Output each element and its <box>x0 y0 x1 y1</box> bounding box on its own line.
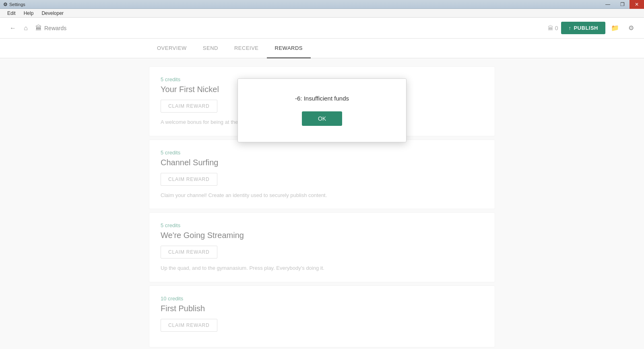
modal-dialog: -6: Insufficient funds OK <box>237 78 407 142</box>
publish-icon: ↑ <box>568 25 571 31</box>
tab-receive[interactable]: RECEIVE <box>226 39 267 58</box>
wallet-badge: 🏛 0 <box>548 25 558 31</box>
breadcrumb-icon: 🏛 <box>35 25 42 32</box>
modal-message: -6: Insufficient funds <box>262 95 382 102</box>
breadcrumb-label: Rewards <box>44 25 66 31</box>
breadcrumb: 🏛 Rewards <box>35 25 66 32</box>
modal-overlay: -6: Insufficient funds OK <box>0 58 644 349</box>
restore-button[interactable]: ❐ <box>615 0 630 9</box>
wallet-icon: 🏛 <box>548 25 553 31</box>
rewards-content: 5 credits Your First Nickel CLAIM REWARD… <box>0 58 644 349</box>
settings-nav-button[interactable]: ⚙ <box>625 22 638 35</box>
publish-label: PUBLISH <box>574 25 598 31</box>
publish-button[interactable]: ↑ PUBLISH <box>561 22 605 34</box>
tabs: OVERVIEW SEND RECEIVE REWARDS <box>0 39 644 58</box>
back-button[interactable]: ← <box>6 22 19 35</box>
tab-send[interactable]: SEND <box>195 39 226 58</box>
menu-developer[interactable]: Developer <box>37 10 68 17</box>
settings-icon: ⚙ <box>3 2 8 7</box>
wallet-balance: 0 <box>555 25 558 31</box>
nav-right: 🏛 0 ↑ PUBLISH 📁 ⚙ <box>548 22 638 35</box>
title-bar-controls: — ❐ ✕ <box>601 0 644 9</box>
title-bar-text: Settings <box>9 2 25 7</box>
nav-bar: ← ⌂ 🏛 Rewards 🏛 0 ↑ PUBLISH 📁 ⚙ <box>0 18 644 39</box>
home-button[interactable]: ⌂ <box>19 22 32 35</box>
menu-bar: Edit Help Developer <box>0 9 644 18</box>
minimize-button[interactable]: — <box>601 0 615 9</box>
title-bar: ⚙ Settings — ❐ ✕ <box>0 0 644 9</box>
close-button[interactable]: ✕ <box>630 0 644 9</box>
modal-ok-button[interactable]: OK <box>302 111 342 126</box>
main-content: OVERVIEW SEND RECEIVE REWARDS 5 credits … <box>0 39 644 349</box>
menu-help[interactable]: Help <box>20 10 38 17</box>
menu-edit[interactable]: Edit <box>3 10 20 17</box>
tab-rewards[interactable]: REWARDS <box>267 39 311 58</box>
folder-button[interactable]: 📁 <box>609 22 621 35</box>
tab-overview[interactable]: OVERVIEW <box>149 39 195 58</box>
